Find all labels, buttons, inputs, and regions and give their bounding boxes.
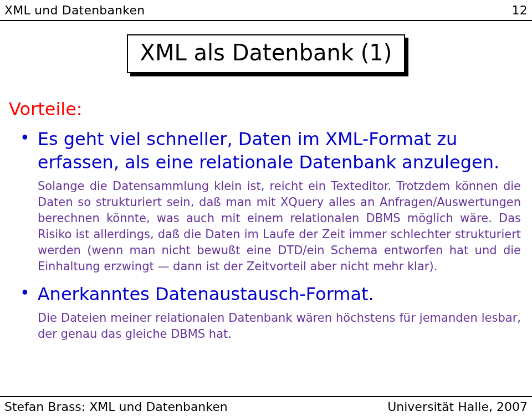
bullet-item: • Es geht viel schneller, Daten im XML-F… [20,127,521,174]
header-left: XML und Datenbanken [4,3,145,17]
bullet-subtext: Solange die Datensammlung klein ist, rei… [38,178,521,275]
footer-right: Universität Halle, 2007 [387,400,528,414]
footer-left: Stefan Brass: XML und Datenbanken [4,400,228,414]
page-header: XML und Datenbanken 12 [4,3,528,17]
footer-rule [0,396,532,397]
slide-content: Vorteile: • Es geht viel schneller, Date… [9,89,521,348]
slide-title-container: XML als Datenbank (1) [0,34,532,73]
page-footer: Stefan Brass: XML und Datenbanken Univer… [4,400,528,414]
bullet-item: • Anerkanntes Datenaustausch-Format. [20,282,521,306]
bullet-subtext: Die Dateien meiner relationalen Datenban… [38,310,521,342]
slide-title-box: XML als Datenbank (1) [127,34,406,73]
bullet-text: Anerkanntes Datenaustausch-Format. [38,282,374,306]
bullet-text: Es geht viel schneller, Daten im XML-For… [38,127,521,174]
slide-title: XML als Datenbank (1) [127,34,406,73]
section-label: Vorteile: [9,99,521,120]
bullet-marker-icon: • [20,282,30,303]
bullet-marker-icon: • [20,127,30,148]
header-page-number: 12 [512,3,528,17]
header-rule [0,20,532,21]
